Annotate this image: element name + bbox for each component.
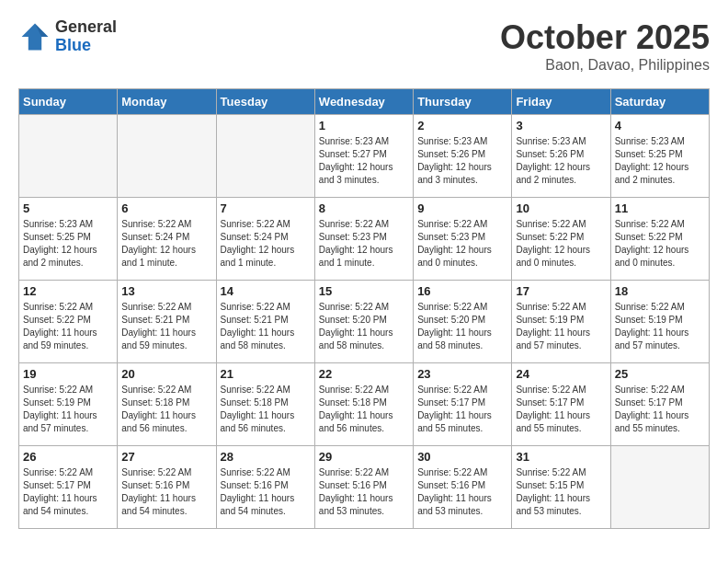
day-info: Sunrise: 5:22 AMSunset: 5:16 PMDaylight:… (221, 466, 311, 518)
day-info: Sunrise: 5:23 AMSunset: 5:25 PMDaylight:… (23, 218, 113, 270)
weekday-header-cell: Thursday (414, 89, 512, 115)
day-number: 2 (417, 119, 507, 132)
logo-text: General Blue (55, 18, 117, 55)
calendar-day-cell (118, 115, 216, 198)
calendar-day-cell: 5Sunrise: 5:23 AMSunset: 5:25 PMDaylight… (19, 198, 118, 281)
weekday-header-cell: Tuesday (216, 89, 314, 115)
calendar-day-cell: 17Sunrise: 5:22 AMSunset: 5:19 PMDayligh… (512, 281, 610, 363)
day-number: 10 (516, 201, 606, 215)
weekday-header-cell: Saturday (610, 89, 709, 115)
day-number: 21 (221, 367, 311, 381)
calendar-day-cell: 24Sunrise: 5:22 AMSunset: 5:17 PMDayligh… (512, 363, 610, 446)
day-number: 3 (516, 119, 606, 132)
day-info: Sunrise: 5:22 AMSunset: 5:17 PMDaylight:… (615, 384, 705, 435)
day-number: 11 (615, 201, 705, 215)
calendar-day-cell: 19Sunrise: 5:22 AMSunset: 5:19 PMDayligh… (19, 363, 118, 446)
weekday-header-cell: Wednesday (314, 89, 413, 115)
calendar-day-cell: 31Sunrise: 5:22 AMSunset: 5:15 PMDayligh… (512, 446, 610, 529)
calendar-day-cell: 27Sunrise: 5:22 AMSunset: 5:16 PMDayligh… (118, 446, 216, 529)
weekday-header-cell: Friday (512, 89, 610, 115)
calendar-day-cell (610, 446, 709, 529)
logo-icon (18, 20, 51, 53)
calendar-day-cell: 7Sunrise: 5:22 AMSunset: 5:24 PMDaylight… (216, 198, 314, 281)
calendar-day-cell: 28Sunrise: 5:22 AMSunset: 5:16 PMDayligh… (216, 446, 314, 529)
month-title: October 2025 (500, 18, 710, 57)
day-number: 31 (516, 450, 606, 464)
day-number: 4 (615, 119, 705, 132)
calendar-body: 1Sunrise: 5:23 AMSunset: 5:27 PMDaylight… (19, 115, 710, 529)
day-info: Sunrise: 5:22 AMSunset: 5:19 PMDaylight:… (615, 301, 705, 352)
day-info: Sunrise: 5:23 AMSunset: 5:25 PMDaylight:… (615, 135, 705, 187)
day-info: Sunrise: 5:22 AMSunset: 5:15 PMDaylight:… (516, 466, 606, 518)
day-number: 18 (615, 284, 705, 298)
calendar-day-cell: 21Sunrise: 5:22 AMSunset: 5:18 PMDayligh… (216, 363, 314, 446)
day-number: 1 (319, 119, 409, 132)
day-number: 27 (121, 450, 211, 464)
day-info: Sunrise: 5:22 AMSunset: 5:22 PMDaylight:… (23, 301, 113, 352)
weekday-header-cell: Monday (118, 89, 216, 115)
day-info: Sunrise: 5:22 AMSunset: 5:20 PMDaylight:… (417, 301, 507, 352)
calendar-day-cell: 6Sunrise: 5:22 AMSunset: 5:24 PMDaylight… (118, 198, 216, 281)
calendar-day-cell: 15Sunrise: 5:22 AMSunset: 5:20 PMDayligh… (314, 281, 413, 363)
calendar-day-cell: 1Sunrise: 5:23 AMSunset: 5:27 PMDaylight… (314, 115, 413, 198)
day-info: Sunrise: 5:22 AMSunset: 5:20 PMDaylight:… (319, 301, 409, 352)
day-info: Sunrise: 5:22 AMSunset: 5:17 PMDaylight:… (23, 466, 113, 518)
day-info: Sunrise: 5:22 AMSunset: 5:23 PMDaylight:… (417, 218, 507, 270)
day-number: 8 (319, 201, 409, 215)
calendar-week-row: 5Sunrise: 5:23 AMSunset: 5:25 PMDaylight… (19, 198, 710, 281)
day-number: 17 (516, 284, 606, 298)
day-info: Sunrise: 5:22 AMSunset: 5:17 PMDaylight:… (417, 384, 507, 435)
calendar-day-cell: 23Sunrise: 5:22 AMSunset: 5:17 PMDayligh… (414, 363, 512, 446)
day-number: 24 (516, 367, 606, 381)
day-number: 14 (221, 284, 311, 298)
day-number: 26 (23, 450, 113, 464)
day-number: 20 (121, 367, 211, 381)
day-number: 28 (221, 450, 311, 464)
calendar-day-cell: 22Sunrise: 5:22 AMSunset: 5:18 PMDayligh… (314, 363, 413, 446)
day-number: 16 (417, 284, 507, 298)
calendar-day-cell: 29Sunrise: 5:22 AMSunset: 5:16 PMDayligh… (314, 446, 413, 529)
day-number: 23 (417, 367, 507, 381)
day-number: 22 (319, 367, 409, 381)
calendar-day-cell: 18Sunrise: 5:22 AMSunset: 5:19 PMDayligh… (610, 281, 709, 363)
day-number: 30 (417, 450, 507, 464)
calendar-day-cell: 2Sunrise: 5:23 AMSunset: 5:26 PMDaylight… (414, 115, 512, 198)
logo-general-label: General (55, 18, 117, 37)
calendar-day-cell (19, 115, 118, 198)
day-info: Sunrise: 5:22 AMSunset: 5:21 PMDaylight:… (221, 301, 311, 352)
day-info: Sunrise: 5:22 AMSunset: 5:19 PMDaylight:… (516, 301, 606, 352)
calendar-day-cell (216, 115, 314, 198)
day-number: 25 (615, 367, 705, 381)
weekday-header-cell: Sunday (19, 89, 118, 115)
calendar-week-row: 1Sunrise: 5:23 AMSunset: 5:27 PMDaylight… (19, 115, 710, 198)
calendar-day-cell: 4Sunrise: 5:23 AMSunset: 5:25 PMDaylight… (610, 115, 709, 198)
day-number: 9 (417, 201, 507, 215)
calendar-day-cell: 14Sunrise: 5:22 AMSunset: 5:21 PMDayligh… (216, 281, 314, 363)
day-info: Sunrise: 5:22 AMSunset: 5:16 PMDaylight:… (121, 466, 211, 518)
weekday-header-row: SundayMondayTuesdayWednesdayThursdayFrid… (19, 89, 710, 115)
day-info: Sunrise: 5:22 AMSunset: 5:24 PMDaylight:… (121, 218, 211, 270)
day-info: Sunrise: 5:22 AMSunset: 5:16 PMDaylight:… (319, 466, 409, 518)
day-info: Sunrise: 5:22 AMSunset: 5:17 PMDaylight:… (516, 384, 606, 435)
calendar-day-cell: 8Sunrise: 5:22 AMSunset: 5:23 PMDaylight… (314, 198, 413, 281)
calendar-day-cell: 11Sunrise: 5:22 AMSunset: 5:22 PMDayligh… (610, 198, 709, 281)
day-info: Sunrise: 5:22 AMSunset: 5:18 PMDaylight:… (121, 384, 211, 435)
calendar-day-cell: 12Sunrise: 5:22 AMSunset: 5:22 PMDayligh… (19, 281, 118, 363)
calendar-day-cell: 25Sunrise: 5:22 AMSunset: 5:17 PMDayligh… (610, 363, 709, 446)
calendar-day-cell: 26Sunrise: 5:22 AMSunset: 5:17 PMDayligh… (19, 446, 118, 529)
day-info: Sunrise: 5:23 AMSunset: 5:27 PMDaylight:… (319, 135, 409, 187)
day-number: 29 (319, 450, 409, 464)
day-info: Sunrise: 5:22 AMSunset: 5:21 PMDaylight:… (121, 301, 211, 352)
day-number: 19 (23, 367, 113, 381)
calendar-week-row: 12Sunrise: 5:22 AMSunset: 5:22 PMDayligh… (19, 281, 710, 363)
day-info: Sunrise: 5:22 AMSunset: 5:24 PMDaylight:… (221, 218, 311, 270)
day-info: Sunrise: 5:22 AMSunset: 5:16 PMDaylight:… (417, 466, 507, 518)
day-info: Sunrise: 5:22 AMSunset: 5:19 PMDaylight:… (23, 384, 113, 435)
calendar-day-cell: 16Sunrise: 5:22 AMSunset: 5:20 PMDayligh… (414, 281, 512, 363)
day-number: 12 (23, 284, 113, 298)
day-number: 6 (121, 201, 211, 215)
day-number: 15 (319, 284, 409, 298)
day-info: Sunrise: 5:22 AMSunset: 5:18 PMDaylight:… (319, 384, 409, 435)
calendar-table: SundayMondayTuesdayWednesdayThursdayFrid… (18, 88, 710, 529)
day-info: Sunrise: 5:22 AMSunset: 5:22 PMDaylight:… (516, 218, 606, 270)
